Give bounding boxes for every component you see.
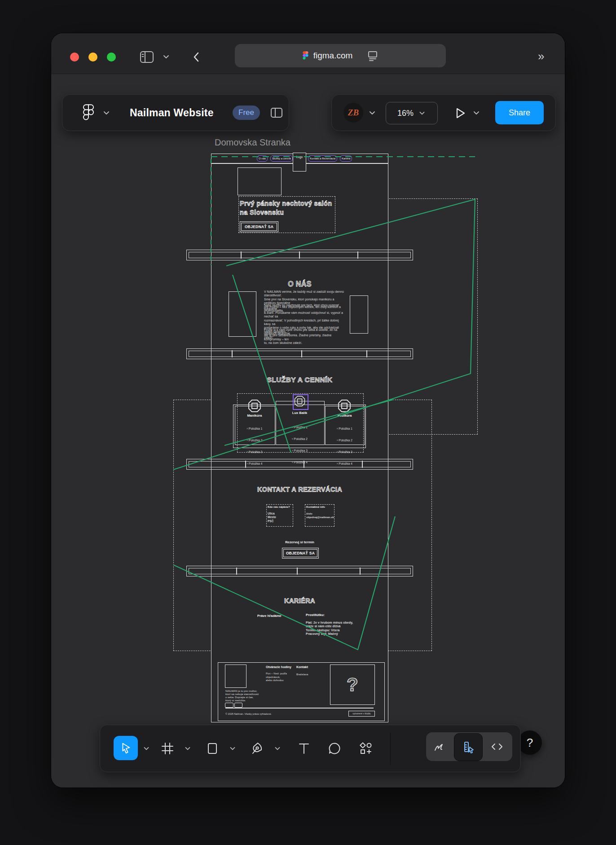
- close-window-button[interactable]: [70, 53, 79, 62]
- rectangle-tool-icon[interactable]: [205, 741, 220, 756]
- chevron-down-icon[interactable]: [162, 54, 171, 60]
- chevron-down-icon[interactable]: [142, 746, 150, 752]
- mode-switcher: [426, 732, 512, 761]
- chevron-down-icon[interactable]: [102, 110, 111, 116]
- vector-path-green[interactable]: [51, 33, 565, 788]
- pen-tool-icon[interactable]: [250, 741, 264, 756]
- avatar-initials: ZB: [348, 108, 359, 118]
- file-name[interactable]: Nailman Website: [130, 107, 214, 119]
- file-toolbar: Nailman Website Free: [62, 94, 289, 131]
- plan-badge[interactable]: Free: [233, 106, 260, 120]
- draw-annotate-icon[interactable]: [432, 739, 447, 754]
- panel-toggle-icon[interactable]: [270, 106, 283, 119]
- dev-mode-code-icon[interactable]: [490, 739, 504, 754]
- chevron-down-icon[interactable]: [229, 746, 237, 752]
- chevron-down-icon[interactable]: [368, 110, 377, 116]
- minimize-window-button[interactable]: [88, 53, 97, 62]
- share-button[interactable]: Share: [495, 101, 544, 124]
- chevron-down-icon[interactable]: [184, 746, 192, 752]
- avatar[interactable]: ZB: [343, 103, 363, 123]
- cursor-icon: [119, 741, 132, 755]
- reader-view-icon[interactable]: [367, 50, 378, 62]
- zoom-window-button[interactable]: [107, 53, 116, 62]
- zoom-level: 16%: [397, 109, 414, 118]
- dock-separator: [390, 732, 391, 765]
- chevron-down-icon: [418, 110, 426, 116]
- figma-logo-icon[interactable]: [82, 104, 95, 122]
- url-text: figma.com: [313, 51, 353, 61]
- sidebar-toggle-icon[interactable]: [139, 50, 154, 64]
- tool-dock: [100, 725, 521, 772]
- browser-window: Domovska Stranka O nás Služby a cenník L…: [51, 33, 565, 788]
- url-bar[interactable]: figma.com: [235, 44, 446, 67]
- toolbar-overflow-button[interactable]: »: [538, 49, 543, 63]
- measure-mode-button[interactable]: [454, 733, 483, 761]
- browser-toolbar: figma.com »: [51, 33, 565, 74]
- present-play-icon[interactable]: [453, 106, 466, 120]
- back-icon[interactable]: [191, 50, 201, 64]
- ruler-cursor-icon: [461, 740, 475, 754]
- zoom-dropdown[interactable]: 16%: [386, 102, 438, 124]
- frame-tool-icon[interactable]: [160, 741, 175, 756]
- comment-tool-icon[interactable]: [327, 741, 342, 756]
- figma-logo-icon: [302, 51, 309, 61]
- text-tool-icon[interactable]: [297, 741, 311, 756]
- move-tool[interactable]: [114, 736, 138, 760]
- actions-tool-icon[interactable]: [359, 741, 373, 756]
- chevron-down-icon[interactable]: [472, 110, 481, 116]
- view-toolbar: ZB 16% Share: [331, 94, 556, 131]
- chevron-down-icon[interactable]: [273, 746, 282, 752]
- figma-canvas[interactable]: Domovska Stranka O nás Služby a cenník L…: [51, 33, 565, 788]
